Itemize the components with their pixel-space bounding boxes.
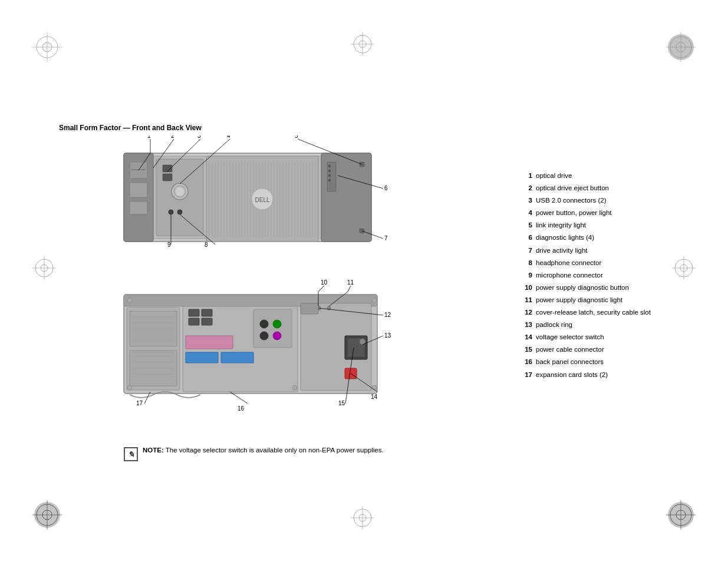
label-item-2: 2optical drive eject button	[522, 183, 687, 193]
label-text: voltage selector switch	[536, 332, 604, 342]
svg-point-47	[175, 187, 185, 196]
label-num: 4	[522, 208, 532, 217]
svg-rect-135	[189, 309, 199, 316]
svg-rect-132	[186, 336, 233, 349]
svg-text:17: 17	[136, 400, 143, 406]
label-num: 14	[522, 332, 532, 342]
label-item-13: 13padlock ring	[522, 320, 687, 329]
svg-text:2: 2	[171, 135, 174, 139]
label-num: 2	[522, 183, 532, 193]
label-text: power supply diagnostic button	[536, 283, 629, 292]
label-text: optical drive	[536, 171, 572, 180]
svg-text:DELL: DELL	[255, 197, 269, 203]
svg-text:14: 14	[371, 394, 378, 400]
label-text: USB 2.0 connectors (2)	[536, 196, 607, 205]
label-item-5: 5link integrity light	[522, 220, 687, 230]
label-item-16: 16back panel connectors	[522, 357, 687, 366]
svg-rect-150	[301, 303, 318, 314]
svg-point-156	[292, 385, 297, 390]
labels-list: 1optical drive2optical drive eject butto…	[522, 171, 687, 382]
svg-point-155	[372, 385, 377, 390]
svg-rect-41	[130, 201, 147, 214]
label-text: diagnostic lights (4)	[536, 233, 594, 242]
svg-point-141	[273, 320, 281, 328]
svg-text:3: 3	[197, 135, 201, 139]
note-body: The voltage selector switch is available…	[166, 447, 384, 454]
svg-rect-94	[328, 174, 331, 177]
label-item-14: 14voltage selector switch	[522, 332, 687, 342]
label-num: 5	[522, 220, 532, 230]
label-num: 17	[522, 370, 532, 379]
svg-text:4: 4	[227, 135, 230, 139]
note-text: NOTE: The voltage selector switch is ava…	[143, 447, 384, 454]
svg-point-49	[177, 210, 182, 214]
svg-line-158	[318, 286, 324, 292]
label-num: 1	[522, 171, 532, 180]
page-title: Small Form Factor — Front and Back View	[59, 124, 202, 132]
note-label: NOTE:	[143, 447, 164, 454]
label-text: cover-release latch, security cable slot	[536, 308, 651, 317]
svg-text:8: 8	[205, 242, 208, 248]
label-num: 13	[522, 320, 532, 329]
label-item-3: 3USB 2.0 connectors (2)	[522, 196, 687, 205]
label-num: 16	[522, 357, 532, 366]
corner-mark-tm	[348, 29, 377, 59]
label-text: padlock ring	[536, 320, 572, 329]
label-item-9: 9microphone connector	[522, 270, 687, 280]
svg-text:6: 6	[384, 185, 388, 191]
label-text: back panel connectors	[536, 357, 604, 366]
label-num: 8	[522, 258, 532, 267]
svg-text:9: 9	[167, 242, 171, 248]
svg-text:16: 16	[238, 405, 245, 412]
svg-rect-40	[130, 183, 147, 197]
label-item-4: 4power button, power light	[522, 208, 687, 217]
label-item-8: 8headphone connector	[522, 258, 687, 267]
label-item-17: 17expansion card slots (2)	[522, 370, 687, 379]
label-item-1: 1optical drive	[522, 171, 687, 180]
svg-point-48	[169, 210, 173, 214]
label-num: 6	[522, 233, 532, 242]
svg-point-8	[668, 34, 694, 60]
svg-rect-133	[186, 352, 218, 363]
note-icon: ✎	[124, 447, 138, 461]
svg-point-142	[260, 332, 268, 340]
svg-point-154	[127, 385, 132, 390]
label-num: 3	[522, 196, 532, 205]
label-text: headphone connector	[536, 258, 601, 267]
label-text: microphone connector	[536, 270, 603, 280]
svg-rect-134	[221, 352, 253, 363]
corner-mark-br	[663, 497, 699, 533]
svg-rect-95	[328, 179, 331, 181]
label-text: expansion card slots (2)	[536, 370, 608, 379]
label-num: 15	[522, 345, 532, 354]
corner-mark-bl	[29, 497, 65, 533]
svg-text:7: 7	[384, 235, 388, 242]
label-item-6: 6diagnostic lights (4)	[522, 233, 687, 242]
svg-rect-138	[202, 318, 212, 325]
label-item-11: 11power supply diagnostic light	[522, 295, 687, 305]
label-item-7: 7drive activity light	[522, 246, 687, 255]
svg-point-143	[273, 332, 281, 340]
svg-point-152	[127, 298, 132, 303]
svg-text:12: 12	[384, 312, 391, 318]
svg-line-161	[348, 286, 351, 292]
svg-point-153	[372, 298, 377, 303]
label-text: power supply diagnostic light	[536, 295, 622, 305]
svg-text:5: 5	[295, 135, 298, 139]
label-item-15: 15power cable connector	[522, 345, 687, 354]
svg-rect-136	[189, 318, 199, 325]
svg-rect-139	[253, 309, 292, 348]
label-num: 10	[522, 283, 532, 292]
svg-text:10: 10	[321, 279, 328, 286]
corner-mark-tr	[663, 29, 699, 65]
svg-rect-92	[328, 165, 331, 167]
label-num: 12	[522, 308, 532, 317]
svg-text:13: 13	[384, 332, 391, 339]
note-section: ✎ NOTE: The voltage selector switch is a…	[124, 447, 384, 550]
label-text: optical drive eject button	[536, 183, 609, 193]
label-num: 11	[522, 295, 532, 305]
svg-text:1: 1	[147, 135, 151, 139]
main-diagram: DELL 1 2 3 4 5 6 7 8 9	[47, 135, 489, 465]
label-num: 9	[522, 270, 532, 280]
label-item-10: 10power supply diagnostic button	[522, 283, 687, 292]
